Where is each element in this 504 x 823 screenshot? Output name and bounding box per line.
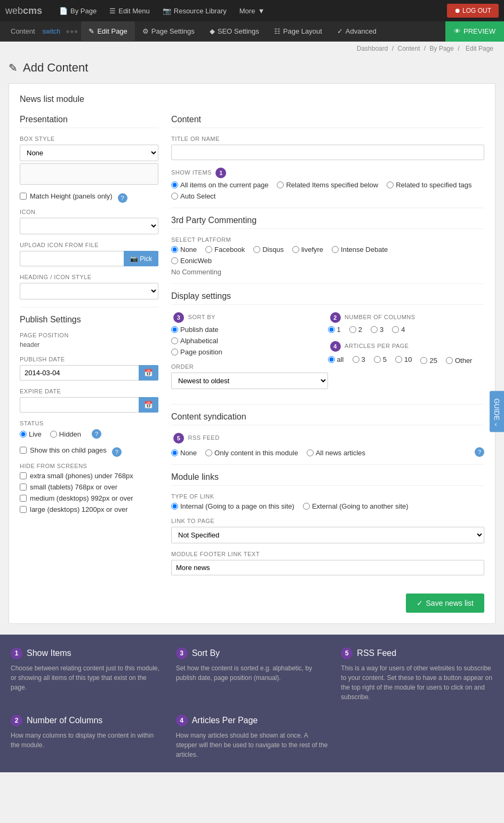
module-footer-link-text-input[interactable] bbox=[171, 560, 484, 575]
hide-lg-label[interactable]: large (desktops) 1200px or over bbox=[20, 505, 158, 513]
status-live-label[interactable]: Live bbox=[20, 430, 42, 438]
expire-date-input[interactable] bbox=[20, 397, 139, 413]
sort-publish-date-label[interactable]: Publish date bbox=[171, 326, 328, 334]
col-1-label[interactable]: 1 bbox=[328, 326, 341, 334]
link-internal-radio[interactable] bbox=[171, 503, 178, 510]
show-items-auto-radio[interactable] bbox=[171, 193, 178, 200]
rss-help-button[interactable]: ? bbox=[475, 447, 484, 457]
platform-facebook-label[interactable]: Facebook bbox=[205, 246, 245, 254]
sort-page-position-label[interactable]: Page position bbox=[171, 348, 328, 356]
breadcrumb-content[interactable]: Content bbox=[397, 45, 420, 52]
articles-25-label[interactable]: 25 bbox=[420, 357, 437, 365]
col-4-radio[interactable] bbox=[392, 326, 399, 333]
sort-alphabetical-radio[interactable] bbox=[171, 337, 178, 344]
log-out-button[interactable]: ⏺ LOG OUT bbox=[447, 4, 499, 18]
articles-25-radio[interactable] bbox=[420, 357, 427, 364]
col-2-label[interactable]: 2 bbox=[349, 326, 362, 334]
pick-button[interactable]: 📷 Pick bbox=[124, 251, 158, 266]
publish-date-calendar-button[interactable]: 📅 bbox=[139, 365, 158, 381]
sort-publish-date-radio[interactable] bbox=[171, 326, 178, 333]
box-style-select[interactable]: None bbox=[20, 145, 158, 161]
tab-page-settings[interactable]: ⚙ Page Settings bbox=[135, 21, 202, 42]
show-items-related-label[interactable]: Related Items specified below bbox=[277, 181, 378, 189]
show-items-all-label[interactable]: All items on the current page bbox=[171, 181, 268, 189]
show-child-pages-help-button[interactable]: ? bbox=[112, 447, 122, 457]
articles-5-label[interactable]: 5 bbox=[374, 354, 387, 365]
tab-edit-page[interactable]: ✎ Edit Page bbox=[81, 21, 134, 42]
show-items-auto-label[interactable]: Auto Select bbox=[171, 192, 216, 200]
show-items-all-radio[interactable] bbox=[171, 181, 178, 188]
hide-sm-checkbox[interactable] bbox=[20, 484, 27, 490]
status-help-button[interactable]: ? bbox=[92, 429, 101, 439]
platform-none-label[interactable]: None bbox=[171, 246, 197, 254]
hide-xs-label[interactable]: extra small (phones) under 768px bbox=[20, 472, 158, 480]
articles-other-radio[interactable] bbox=[446, 357, 453, 364]
platform-eonicweb-radio[interactable] bbox=[171, 257, 178, 264]
platform-eonicweb-label[interactable]: EonicWeb bbox=[171, 257, 484, 265]
tab-seo-settings[interactable]: ◆ SEO Settings bbox=[202, 21, 267, 42]
nav-by-page[interactable]: 📄 By Page bbox=[53, 4, 103, 18]
platform-intense-debate-radio[interactable] bbox=[332, 246, 339, 253]
publish-date-input[interactable] bbox=[20, 365, 139, 381]
rss-none-radio[interactable] bbox=[171, 449, 178, 456]
switch-button[interactable]: switch bbox=[41, 28, 62, 35]
upload-icon-input[interactable] bbox=[20, 251, 124, 266]
sort-page-position-radio[interactable] bbox=[171, 349, 178, 355]
articles-all-radio[interactable] bbox=[328, 356, 335, 363]
link-external-label[interactable]: External (Going to another site) bbox=[303, 502, 409, 510]
status-hidden-label[interactable]: Hidden bbox=[50, 430, 81, 438]
status-hidden-radio[interactable] bbox=[50, 431, 57, 438]
sort-alphabetical-label[interactable]: Alphabetical bbox=[171, 337, 328, 345]
articles-3-radio[interactable] bbox=[353, 356, 359, 363]
col-1-radio[interactable] bbox=[328, 326, 335, 333]
col-3-radio[interactable] bbox=[371, 326, 378, 333]
match-height-checkbox-label[interactable]: Match Height (panels only) bbox=[20, 192, 113, 200]
platform-disqus-label[interactable]: Disqus bbox=[253, 246, 284, 254]
tab-page-layout[interactable]: ☷ Page Layout bbox=[267, 21, 330, 42]
hide-lg-checkbox[interactable] bbox=[20, 506, 27, 513]
col-2-radio[interactable] bbox=[349, 326, 356, 333]
platform-disqus-radio[interactable] bbox=[253, 246, 260, 253]
expire-date-calendar-button[interactable]: 📅 bbox=[139, 397, 158, 413]
order-select[interactable]: Newest to oldest Oldest to newest bbox=[171, 373, 328, 389]
link-internal-label[interactable]: Internal (Going to a page on this site) bbox=[171, 502, 294, 510]
articles-other-label[interactable]: Other bbox=[446, 357, 473, 365]
match-height-checkbox[interactable] bbox=[20, 193, 27, 200]
nav-resource-library[interactable]: 📷 Resource Library bbox=[156, 4, 233, 18]
articles-10-radio[interactable] bbox=[395, 356, 402, 363]
heading-icon-style-select[interactable] bbox=[20, 283, 158, 299]
hide-md-label[interactable]: medium (desktops) 992px or over bbox=[20, 494, 158, 502]
platform-none-radio[interactable] bbox=[171, 246, 178, 253]
platform-facebook-radio[interactable] bbox=[205, 246, 212, 253]
articles-all-label[interactable]: all bbox=[328, 354, 344, 365]
nav-more[interactable]: More ▼ bbox=[233, 4, 271, 18]
col-4-label[interactable]: 4 bbox=[392, 326, 405, 334]
articles-5-radio[interactable] bbox=[374, 356, 381, 363]
breadcrumb-dashboard[interactable]: Dashboard bbox=[357, 45, 388, 52]
rss-module-label[interactable]: Only content in this module bbox=[205, 449, 298, 457]
hide-sm-label[interactable]: small (tablets) 768px or over bbox=[20, 483, 158, 491]
col-3-label[interactable]: 3 bbox=[371, 326, 383, 334]
title-or-name-input[interactable] bbox=[171, 145, 484, 160]
articles-10-label[interactable]: 10 bbox=[395, 354, 412, 365]
show-child-pages-checkbox[interactable] bbox=[20, 447, 27, 454]
show-items-tags-radio[interactable] bbox=[387, 181, 394, 188]
platform-livefyre-radio[interactable] bbox=[292, 246, 299, 253]
icon-select[interactable] bbox=[20, 218, 158, 234]
preview-button[interactable]: 👁 PREVIEW bbox=[445, 21, 504, 42]
show-items-related-radio[interactable] bbox=[277, 181, 284, 188]
status-live-radio[interactable] bbox=[20, 431, 27, 438]
link-external-radio[interactable] bbox=[303, 503, 310, 510]
show-child-pages-label[interactable]: Show this on child pages bbox=[20, 446, 107, 454]
tab-advanced[interactable]: ✓ Advanced bbox=[330, 21, 384, 42]
articles-3-label[interactable]: 3 bbox=[353, 354, 365, 365]
hide-xs-checkbox[interactable] bbox=[20, 472, 27, 479]
rss-all-label[interactable]: All news articles bbox=[307, 449, 365, 457]
platform-intense-debate-label[interactable]: Intense Debate bbox=[332, 246, 388, 254]
guide-tab[interactable]: GUIDE bbox=[490, 391, 504, 432]
rss-none-label[interactable]: None bbox=[171, 449, 197, 457]
show-items-tags-label[interactable]: Related to specified tags bbox=[387, 181, 471, 189]
breadcrumb-by-page[interactable]: By Page bbox=[430, 45, 454, 52]
rss-all-radio[interactable] bbox=[307, 449, 314, 456]
platform-livefyre-label[interactable]: livefyre bbox=[292, 246, 323, 254]
